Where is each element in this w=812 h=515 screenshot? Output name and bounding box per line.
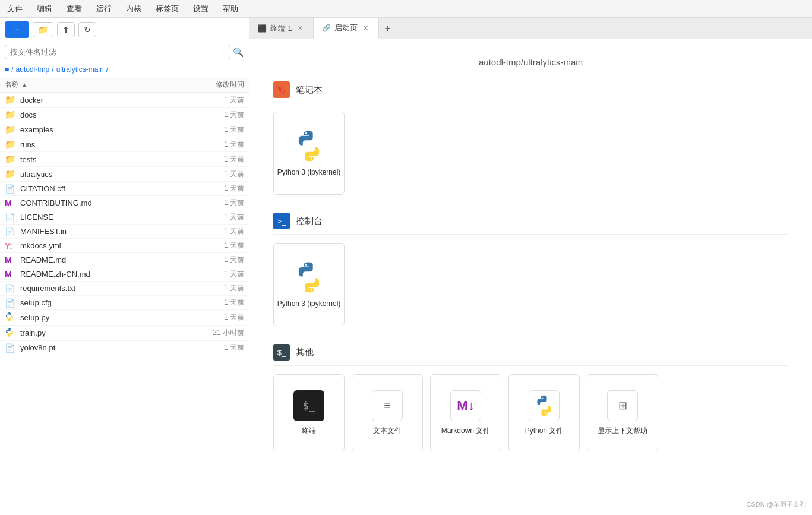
breadcrumb-autodl[interactable]: autodl-tmp xyxy=(16,65,50,74)
table-row[interactable]: 📁 docs 1 天前 xyxy=(0,108,249,122)
file-row-name: README.zh-CN.md xyxy=(20,270,191,279)
table-row[interactable]: 📄 CITATION.cff 1 天前 xyxy=(0,182,249,196)
refresh-button[interactable]: ↻ xyxy=(78,22,96,37)
col-name-header[interactable]: 名称 ▲ xyxy=(5,80,191,90)
table-row[interactable]: 📁 ultralytics 1 天前 xyxy=(0,167,249,182)
tool-card-text[interactable]: ≡ 文本文件 xyxy=(352,374,423,451)
tab-label: 启动页 xyxy=(334,23,358,33)
section-other: $_其他 $_ 终端 ≡ 文本文件 M↓ Markdown 文件 Python … xyxy=(273,344,788,451)
file-row-icon: 📄 xyxy=(5,284,17,293)
terminal-tab-icon: ⬛ xyxy=(258,24,267,33)
file-row-icon: 📁 xyxy=(5,139,17,150)
search-input[interactable] xyxy=(5,45,230,59)
table-row[interactable]: train.py 21 小时前 xyxy=(0,326,249,341)
breadcrumb: ■ / autodl-tmp / ultralytics-main / xyxy=(0,62,249,77)
tab-terminal[interactable]: ⬛终端 1✕ xyxy=(249,18,314,39)
file-row-time: 1 天前 xyxy=(191,298,244,308)
menu-settings[interactable]: 设置 xyxy=(191,2,211,15)
file-row-time: 1 天前 xyxy=(191,125,244,135)
section-icon-console: >_ xyxy=(273,213,290,229)
table-row[interactable]: M README.md 1 天前 xyxy=(0,253,249,267)
file-row-time: 1 天前 xyxy=(191,312,244,323)
table-row[interactable]: 📄 MANIFEST.in 1 天前 xyxy=(0,225,249,239)
file-icon: 📄 xyxy=(5,298,15,308)
menu-kernel[interactable]: 内核 xyxy=(124,2,144,15)
menu-help[interactable]: 帮助 xyxy=(220,2,241,15)
table-row[interactable]: 📁 runs 1 天前 xyxy=(0,137,249,152)
tab-close-button[interactable]: ✕ xyxy=(296,24,305,33)
menu-tabs[interactable]: 标签页 xyxy=(153,2,181,15)
upload-folder-button[interactable]: 📁 xyxy=(33,22,53,37)
table-row[interactable]: 📄 yolov8n.pt 1 天前 xyxy=(0,341,249,355)
menu-view[interactable]: 查看 xyxy=(64,2,84,15)
file-row-icon: 📁 xyxy=(5,109,17,120)
file-row-icon: 📄 xyxy=(5,343,17,353)
file-row-time: 1 天前 xyxy=(191,343,244,353)
section-console: >_控制台 Python 3 (ipykernel) xyxy=(273,213,788,326)
tab-launcher[interactable]: 🔗启动页✕ xyxy=(314,18,379,39)
search-icon[interactable]: 🔍 xyxy=(233,47,244,58)
menu-file[interactable]: 文件 xyxy=(5,2,25,15)
file-row-icon xyxy=(5,312,17,323)
kernel-card-label: Python 3 (ipykernel) xyxy=(277,299,341,309)
tool-card-icon-context: ⊞ xyxy=(607,390,638,421)
file-row-time: 1 天前 xyxy=(191,255,244,265)
launcher-tab-icon: 🔗 xyxy=(322,24,331,32)
kernel-card-notebook-0[interactable]: Python 3 (ipykernel) xyxy=(273,112,345,195)
file-row-time: 1 天前 xyxy=(191,212,244,222)
tool-card-context[interactable]: ⊞ 显示上下文帮助 xyxy=(587,374,658,451)
menu-run[interactable]: 运行 xyxy=(94,2,114,15)
folder-upload-icon: 📁 xyxy=(38,25,48,34)
table-row[interactable]: 📄 LICENSE 1 天前 xyxy=(0,210,249,225)
table-row[interactable]: 📁 tests 1 天前 xyxy=(0,152,249,167)
section-notebook: 🔖笔记本 Python 3 (ipykernel) xyxy=(273,81,788,195)
file-row-name: docs xyxy=(20,110,191,119)
file-table: 📁 docker 1 天前 📁 docs 1 天前 📁 examples 1 天… xyxy=(0,93,249,515)
tab-close-button[interactable]: ✕ xyxy=(361,24,370,33)
python-icon xyxy=(5,312,14,321)
new-button[interactable]: ＋ + xyxy=(5,21,29,38)
breadcrumb-root-icon: ■ xyxy=(5,65,9,74)
tool-card-python[interactable]: Python 文件 xyxy=(508,374,580,451)
table-row[interactable]: 📄 setup.cfg 1 天前 xyxy=(0,296,249,310)
file-row-name: CITATION.cff xyxy=(20,184,191,193)
plus-icon: ＋ xyxy=(13,24,21,35)
file-icon: 📄 xyxy=(5,184,15,194)
folder-icon: 📁 xyxy=(5,94,16,105)
table-row[interactable]: setup.py 1 天前 xyxy=(0,310,249,326)
terminal-icon: $_ xyxy=(302,399,315,412)
file-row-time: 1 天前 xyxy=(191,169,244,179)
table-row[interactable]: 📁 docker 1 天前 xyxy=(0,93,249,108)
folder-icon: 📁 xyxy=(5,124,16,134)
file-row-icon: 📄 xyxy=(5,298,17,308)
file-row-icon: 📄 xyxy=(5,227,17,236)
section-header-console: >_控制台 xyxy=(273,213,788,235)
tool-card-icon-python xyxy=(529,390,560,421)
kernel-card-console-0[interactable]: Python 3 (ipykernel) xyxy=(273,243,345,326)
breadcrumb-sep2: / xyxy=(106,65,108,74)
table-row[interactable]: M CONTRIBUTING.md 1 天前 xyxy=(0,196,249,210)
table-row[interactable]: 📁 examples 1 天前 xyxy=(0,122,249,137)
breadcrumb-ultralytics[interactable]: ultralytics-main xyxy=(56,65,104,74)
tab-add-button[interactable]: + xyxy=(379,20,396,37)
table-row[interactable]: 📄 requirements.txt 1 天前 xyxy=(0,282,249,296)
col-time-header[interactable]: 修改时间 xyxy=(191,80,244,90)
menu-edit[interactable]: 编辑 xyxy=(34,2,55,15)
content-path: autodl-tmp/ultralytics-main xyxy=(273,57,788,67)
markdown-file-icon: M↓ xyxy=(457,398,474,413)
file-row-time: 1 天前 xyxy=(191,198,244,208)
file-row-time: 1 天前 xyxy=(191,184,244,194)
file-row-name: train.py xyxy=(20,328,191,337)
file-row-icon: M xyxy=(5,255,17,265)
file-row-icon: M xyxy=(5,198,17,208)
refresh-icon: ↻ xyxy=(84,25,91,34)
table-row[interactable]: Y: mkdocs.yml 1 天前 xyxy=(0,239,249,253)
tool-card-markdown[interactable]: M↓ Markdown 文件 xyxy=(430,374,501,451)
markdown-icon: M xyxy=(5,198,12,208)
upload-file-button[interactable]: ⬆ xyxy=(57,22,75,37)
file-row-time: 1 天前 xyxy=(191,226,244,236)
table-row[interactable]: M README.zh-CN.md 1 天前 xyxy=(0,267,249,282)
tool-card-terminal[interactable]: $_ 终端 xyxy=(273,374,345,451)
file-row-name: examples xyxy=(20,125,191,134)
file-row-time: 1 天前 xyxy=(191,283,244,293)
